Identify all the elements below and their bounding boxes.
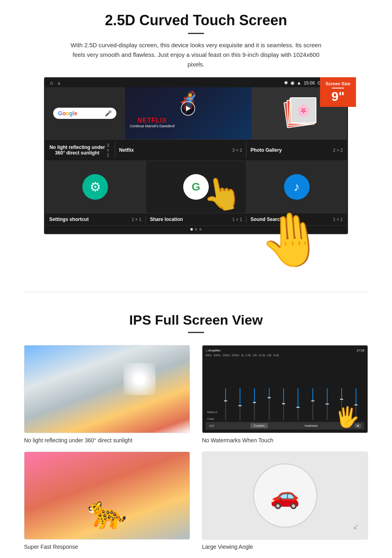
pagination-dot-1[interactable] — [190, 228, 193, 231]
amp-sl-4 — [262, 388, 276, 420]
pagination-dot-3[interactable] — [199, 228, 202, 231]
status-time: 15:06 — [304, 80, 315, 85]
amp-sl-8 — [320, 388, 334, 420]
amp-sl-7 — [306, 388, 319, 420]
google-app-name: No light reflecting under 360° direct su… — [49, 145, 105, 156]
section1-divider — [188, 33, 204, 34]
netflix-app-size: 3 × 2 — [232, 148, 242, 153]
photo-card-top: 🌸 — [290, 97, 316, 123]
badge-divider — [332, 88, 344, 88]
photo-stack: 🌸 — [285, 97, 313, 129]
share-app-size: 1 × 1 — [232, 217, 242, 222]
amp-title: ⌂ Amplifier — [206, 349, 221, 352]
pagination-dot-2[interactable] — [195, 228, 197, 231]
sound-search-cell[interactable]: ♪ — [246, 161, 347, 213]
car-image: 🚗 ↙ — [202, 452, 368, 540]
car-icon: 🚗 — [270, 482, 300, 510]
netflix-label-cell: Netflix 3 × 2 — [115, 142, 247, 158]
cheetah-visual: 🐆 — [24, 452, 190, 539]
section-curved-touch: 2.5D Curved Touch Screen With 2.5D curve… — [0, 0, 392, 244]
amp-loudness-label: loudness — [305, 424, 318, 428]
hand-pointing-icon: 👆 — [199, 172, 245, 213]
settings-gear-icon: ⚙ — [90, 179, 101, 195]
section2-divider — [188, 332, 204, 333]
maps-letter: G — [192, 181, 200, 193]
share-label-cell: Share location 1 × 1 — [146, 216, 247, 223]
location-icon: ◉ — [290, 80, 294, 86]
google-search-bar[interactable]: Google 🎤 — [53, 108, 116, 119]
usb-icon: ⏚ — [58, 80, 60, 86]
amplifier-visual: ⌂ Amplifier 17:33 60hz 100hz 200hz 500hz… — [202, 345, 368, 433]
section-ips: IPS Full Screen View No light reflecting… — [0, 308, 392, 558]
amp-time: 17:33 — [356, 349, 364, 352]
netflix-text: NETFLIX — [138, 117, 167, 124]
app-row-2: ⚙ G 👆 ♪ — [45, 161, 347, 213]
amplifier-caption: No Watermarks When Touch — [202, 437, 368, 444]
amp-sl-6 — [292, 388, 305, 420]
play-triangle — [186, 106, 191, 111]
netflix-cell[interactable]: 🦸 NETFLIX Continue Marvel's Daredevil — [125, 87, 252, 139]
badge-label: Screen Size — [326, 81, 350, 86]
amp-side-labels: Balance Fader — [207, 411, 217, 420]
settings-app-size: 1 × 1 — [132, 217, 142, 222]
amp-custom-label: Custom — [250, 423, 268, 428]
section1-title: 2.5D Curved Touch Screen — [24, 12, 368, 29]
cheetah-silhouette: 🐆 — [87, 494, 127, 531]
settings-icon-bg: ⚙ — [82, 174, 108, 200]
flower-icon: 🌸 — [296, 104, 310, 117]
sun-glow — [124, 363, 156, 395]
car-arrows: ↙ — [353, 522, 360, 531]
screen-size-badge: Screen Size 9" — [320, 77, 356, 107]
app-row-1: Google 🎤 🦸 NETFLIX Continue Marv — [45, 87, 347, 140]
amp-balance-label: Balance — [207, 411, 217, 413]
status-bar-left: ⌂ ⏚ — [50, 80, 60, 86]
bluetooth-icon: ✱ — [284, 80, 288, 86]
amp-sl-5 — [277, 388, 290, 420]
google-logo: Google — [58, 110, 77, 116]
feature-car: 🚗 ↙ Large Viewing Angle — [202, 452, 368, 550]
google-mic-icon[interactable]: 🎤 — [105, 110, 112, 116]
sound-icon-bg: ♪ — [284, 174, 310, 200]
device-wrapper: Screen Size 9" ⌂ ⏚ ✱ ◉ ▲ 15:06 ⊙ ◁) ⊠ — [44, 77, 348, 234]
netflix-subtext: Continue Marvel's Daredevil — [130, 124, 174, 128]
photo-app-name: Photo Gallery — [250, 147, 282, 153]
app-label-row-1: No light reflecting under 360° direct su… — [45, 140, 347, 161]
amp-sl-3 — [248, 388, 261, 420]
amp-hand-icon: 🖐 — [335, 405, 360, 429]
section-divider — [24, 292, 368, 292]
hand-below-icon: 🤚 — [257, 207, 327, 273]
netflix-logo: NETFLIX Continue Marvel's Daredevil — [130, 117, 174, 128]
amplifier-image: ⌂ Amplifier 17:33 60hz 100hz 200hz 500hz… — [202, 345, 368, 433]
cheetah-caption: Super Fast Response — [24, 544, 190, 550]
share-app-name: Share location — [150, 217, 183, 222]
amp-fader-label: Fader — [207, 417, 217, 420]
features-grid: No light reflecting under 360° direct su… — [24, 345, 368, 550]
settings-label-cell: Settings shortcut 1 × 1 — [45, 216, 146, 223]
amp-header: ⌂ Amplifier 17:33 — [206, 349, 364, 352]
amp-freq-labels: 60hz 100hz 200hz 500hz 1k 2.5k 10k 12.5k… — [206, 354, 364, 357]
photo-label-cell: Photo Gallery 2 × 2 — [246, 142, 347, 158]
car-caption: Large Viewing Angle — [202, 544, 368, 550]
sunlight-image — [24, 345, 190, 433]
sunlight-visual — [24, 345, 190, 433]
car-circle: 🚗 — [253, 464, 317, 528]
status-bar: ⌂ ⏚ ✱ ◉ ▲ 15:06 ⊙ ◁) ⊠ ▭ — [45, 78, 347, 87]
sound-app-size: 1 × 1 — [333, 217, 343, 222]
photo-app-size: 2 × 2 — [333, 148, 343, 153]
google-app-size: 3 × 1 — [105, 143, 111, 157]
google-label-cell: No light reflecting under 360° direct su… — [45, 142, 115, 158]
car-visual: 🚗 ↙ — [202, 452, 368, 539]
feature-amplifier: ⌂ Amplifier 17:33 60hz 100hz 200hz 500hz… — [202, 345, 368, 444]
amp-sl-2 — [234, 388, 247, 420]
settings-cell[interactable]: ⚙ — [45, 161, 146, 213]
netflix-play-button[interactable] — [181, 101, 195, 116]
settings-app-name: Settings shortcut — [49, 217, 89, 222]
badge-size: 9" — [332, 89, 345, 104]
google-cell[interactable]: Google 🎤 — [45, 87, 125, 139]
share-location-cell[interactable]: G 👆 — [146, 161, 247, 213]
wifi-icon: ▲ — [297, 80, 302, 86]
netflix-app-name: Netflix — [119, 147, 134, 153]
music-note-icon: ♪ — [294, 180, 300, 194]
home-icon[interactable]: ⌂ — [50, 80, 53, 86]
feature-cheetah: 🐆 Super Fast Response — [24, 452, 190, 550]
